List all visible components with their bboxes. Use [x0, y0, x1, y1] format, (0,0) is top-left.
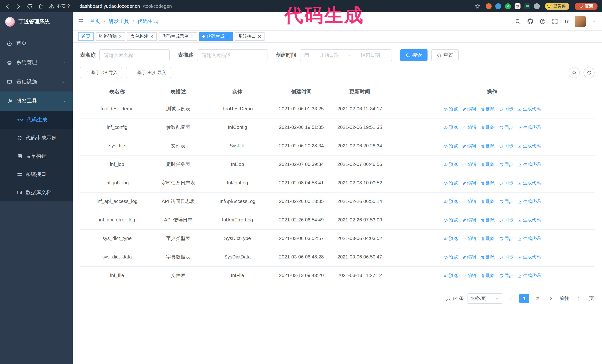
caret-down-icon[interactable] — [592, 19, 596, 23]
preview-link[interactable]: 预览 — [443, 105, 458, 112]
edit-link[interactable]: 编辑 — [462, 217, 476, 223]
generate-code-link[interactable]: 生成代码 — [517, 105, 541, 112]
sidebar-item-form-builder[interactable]: 表单构建 — [0, 147, 73, 165]
edit-link[interactable]: 编辑 — [462, 235, 476, 242]
sidebar-item-home[interactable]: 首页 — [0, 34, 73, 53]
import-sql-button[interactable]: 基于 SQL 导入 — [126, 67, 171, 78]
sync-link[interactable]: 同步 — [499, 105, 513, 112]
user-avatar[interactable] — [575, 16, 586, 27]
preview-link[interactable]: 预览 — [443, 272, 458, 279]
sidebar-item-codegen-example[interactable]: 代码生成示例 — [0, 129, 73, 147]
tab[interactable]: 链路追踪 — [96, 32, 125, 41]
preview-link[interactable]: 预览 — [443, 161, 458, 168]
sync-link[interactable]: 同步 — [499, 254, 513, 260]
generate-code-link[interactable]: 生成代码 — [517, 143, 541, 149]
edit-link[interactable]: 编辑 — [462, 143, 476, 149]
sidebar-item-devtools[interactable]: 研发工具 — [0, 92, 73, 111]
tab[interactable]: 代码生成示例 — [159, 32, 197, 41]
sidebar-item-codegen[interactable]: </> 代码生成 — [0, 111, 73, 129]
tab-close-icon[interactable] — [258, 35, 261, 38]
delete-link[interactable]: 删除 — [480, 198, 495, 205]
extension-icon[interactable] — [495, 3, 501, 9]
tab-close-icon[interactable] — [118, 35, 122, 38]
edit-link[interactable]: 编辑 — [462, 180, 476, 187]
prev-page-button[interactable] — [506, 294, 516, 303]
generate-code-link[interactable]: 生成代码 — [517, 161, 541, 168]
sidebar-item-system-api[interactable]: 系统接口 — [0, 165, 73, 183]
extension-icon[interactable]: V — [505, 3, 511, 9]
sync-link[interactable]: 同步 — [499, 217, 513, 223]
edit-link[interactable]: 编辑 — [462, 254, 476, 260]
back-icon[interactable] — [4, 3, 10, 9]
generate-code-link[interactable]: 生成代码 — [517, 198, 541, 205]
generate-code-link[interactable]: 生成代码 — [517, 180, 541, 187]
preview-link[interactable]: 预览 — [443, 124, 458, 131]
preview-link[interactable]: 预览 — [443, 254, 458, 260]
help-icon[interactable] — [540, 18, 546, 24]
sync-link[interactable]: 同步 — [499, 198, 513, 205]
generate-code-link[interactable]: 生成代码 — [517, 124, 541, 131]
tab[interactable]: 表单构建 — [127, 32, 157, 41]
extension-icon[interactable] — [486, 3, 492, 9]
toggle-search-button[interactable] — [569, 67, 580, 78]
preview-link[interactable]: 预览 — [443, 198, 458, 205]
goto-page-input[interactable] — [572, 294, 586, 303]
delete-link[interactable]: 删除 — [480, 124, 495, 131]
security-status[interactable]: 不安全 — [49, 3, 71, 10]
home-icon[interactable] — [38, 3, 44, 9]
generate-code-link[interactable]: 生成代码 — [517, 254, 541, 260]
sync-link[interactable]: 同步 — [499, 180, 513, 187]
breadcrumb-home[interactable]: 首页 — [90, 18, 100, 25]
delete-link[interactable]: 删除 — [480, 254, 495, 260]
delete-link[interactable]: 删除 — [480, 217, 495, 223]
edit-link[interactable]: 编辑 — [462, 272, 476, 279]
delete-link[interactable]: 删除 — [480, 143, 495, 149]
create-time-range-picker[interactable]: 开始日期 - 结束日期 — [300, 49, 392, 61]
github-icon[interactable] — [527, 18, 533, 24]
tab[interactable]: 系统接口 — [235, 32, 265, 41]
sync-link[interactable]: 同步 — [499, 272, 513, 279]
profile-paused-badge[interactable]: 已暂停 — [545, 2, 570, 10]
address-bar[interactable]: 不安全 | dashboard.yudao.iocoder.cn/tool/co… — [49, 3, 481, 10]
font-size-icon[interactable]: TT — [564, 19, 568, 24]
table-desc-input[interactable] — [197, 49, 268, 61]
refresh-table-button[interactable] — [583, 67, 595, 78]
reload-icon[interactable] — [27, 3, 32, 9]
reset-button[interactable]: 重置 — [431, 49, 459, 61]
fullscreen-icon[interactable] — [552, 18, 558, 24]
generate-code-link[interactable]: 生成代码 — [517, 272, 541, 279]
generate-code-link[interactable]: 生成代码 — [517, 235, 541, 242]
page-button-1[interactable]: 1 — [519, 294, 529, 303]
sidebar-item-db-doc[interactable]: 数据库文档 — [0, 183, 73, 201]
table-name-input[interactable] — [99, 49, 170, 61]
delete-link[interactable]: 删除 — [480, 161, 495, 168]
edit-link[interactable]: 编辑 — [462, 124, 476, 131]
browser-update-button[interactable]: 更新 — [575, 2, 598, 10]
tab[interactable]: 代码生成 — [199, 32, 233, 41]
preview-link[interactable]: 预览 — [443, 180, 458, 187]
app-logo[interactable]: 芋道管理系统 — [0, 12, 73, 31]
sync-link[interactable]: 同步 — [499, 235, 513, 242]
import-db-button[interactable]: 基于 DB 导入 — [80, 67, 122, 78]
bookmark-star-icon[interactable] — [474, 3, 481, 9]
extension-icon[interactable] — [515, 3, 520, 9]
forward-icon[interactable] — [16, 3, 22, 9]
preview-link[interactable]: 预览 — [443, 143, 458, 149]
edit-link[interactable]: 编辑 — [462, 161, 476, 168]
sync-link[interactable]: 同步 — [499, 161, 513, 168]
sync-link[interactable]: 同步 — [499, 143, 513, 149]
tab-close-icon[interactable] — [226, 35, 230, 38]
delete-link[interactable]: 删除 — [480, 272, 495, 279]
sidebar-item-system[interactable]: 系统管理 — [0, 53, 73, 72]
tab[interactable]: 首页 — [78, 32, 94, 41]
search-button[interactable]: 搜索 — [400, 49, 428, 61]
page-size-select[interactable]: 10条/页 — [468, 293, 502, 304]
sync-link[interactable]: 同步 — [499, 124, 513, 131]
tab-close-icon[interactable] — [150, 35, 153, 38]
next-page-button[interactable] — [546, 294, 556, 303]
preview-link[interactable]: 预览 — [443, 235, 458, 242]
extension-icon[interactable] — [524, 3, 530, 9]
tab-close-icon[interactable] — [190, 35, 194, 38]
page-button-2[interactable]: 2 — [533, 294, 542, 303]
generate-code-link[interactable]: 生成代码 — [517, 217, 541, 223]
